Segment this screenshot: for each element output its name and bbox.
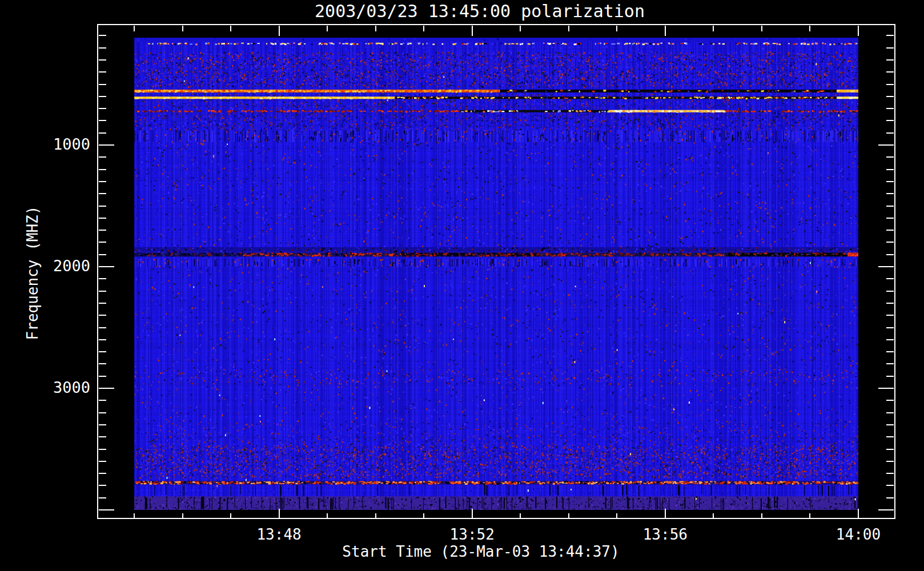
x-tick-mark <box>375 513 376 518</box>
x-tick-mark <box>761 26 762 31</box>
y-tick-mark <box>99 291 106 292</box>
y-tick-mark <box>886 376 894 377</box>
x-tick-label: 13:56 <box>620 526 711 543</box>
y-tick-mark <box>99 120 106 121</box>
y-tick-mark <box>99 230 106 231</box>
x-tick-mark <box>182 26 183 31</box>
y-tick-mark <box>99 96 106 97</box>
y-tick-mark <box>99 206 106 207</box>
x-tick-mark <box>375 26 376 31</box>
y-tick-mark <box>99 84 106 85</box>
x-tick-label: 14:00 <box>813 526 904 543</box>
y-tick-mark <box>99 436 106 437</box>
x-tick-mark <box>423 26 424 31</box>
y-tick-mark <box>886 400 894 401</box>
y-tick-mark <box>99 509 114 510</box>
x-tick-mark <box>230 26 231 31</box>
y-tick-mark <box>99 400 106 401</box>
y-tick-mark <box>99 497 106 498</box>
y-tick-mark <box>886 412 894 413</box>
y-tick-mark <box>99 132 106 134</box>
y-tick-mark <box>99 351 106 352</box>
y-tick-mark <box>886 193 894 194</box>
y-tick-mark <box>99 181 106 182</box>
y-tick-mark <box>99 339 106 340</box>
x-tick-mark <box>134 26 135 31</box>
x-tick-label: 13:48 <box>234 526 325 543</box>
y-tick-mark <box>886 363 894 364</box>
x-tick-mark <box>858 26 859 36</box>
y-tick-mark <box>886 120 894 121</box>
x-tick-mark <box>182 513 183 518</box>
y-tick-mark <box>886 218 894 219</box>
y-tick-mark <box>99 485 106 486</box>
x-tick-mark <box>665 509 666 518</box>
x-tick-mark <box>713 26 714 31</box>
y-tick-mark <box>99 169 106 170</box>
y-tick-mark <box>886 84 894 85</box>
y-tick-mark <box>886 71 894 73</box>
x-tick-mark <box>134 513 135 518</box>
y-tick-mark <box>886 47 894 49</box>
x-tick-mark <box>616 513 617 518</box>
y-tick-mark <box>886 35 894 36</box>
y-tick-mark <box>886 473 894 474</box>
y-tick-mark <box>886 351 894 352</box>
y-tick-mark <box>886 436 894 437</box>
y-tick-mark <box>99 144 114 146</box>
y-tick-mark <box>886 291 894 292</box>
x-tick-mark <box>809 26 810 31</box>
y-tick-mark <box>99 71 106 73</box>
x-axis-label: Start Time (23-Mar-03 13:44:37) <box>0 543 924 560</box>
y-tick-mark <box>99 388 114 389</box>
x-tick-mark <box>279 509 280 518</box>
y-tick-mark <box>886 424 894 425</box>
y-tick-mark <box>99 35 106 36</box>
y-tick-mark <box>99 315 106 316</box>
y-tick-mark <box>878 388 894 389</box>
y-tick-mark <box>886 169 894 170</box>
y-tick-label: 1000 <box>21 136 90 153</box>
y-tick-mark <box>886 254 894 255</box>
y-tick-mark <box>878 266 894 267</box>
y-tick-mark <box>886 108 894 109</box>
y-tick-mark <box>99 327 106 328</box>
y-tick-mark <box>99 156 106 158</box>
y-tick-label: 3000 <box>21 379 90 396</box>
y-tick-label: 2000 <box>21 258 90 275</box>
x-tick-mark <box>568 513 569 518</box>
y-tick-mark <box>99 108 106 109</box>
y-tick-mark <box>886 315 894 316</box>
y-tick-mark <box>886 242 894 243</box>
x-tick-mark <box>520 26 521 31</box>
x-tick-mark <box>616 26 617 31</box>
y-tick-mark <box>886 230 894 231</box>
x-tick-mark <box>665 26 666 36</box>
y-tick-mark <box>886 449 894 450</box>
y-tick-mark <box>99 242 106 243</box>
y-tick-mark <box>99 47 106 49</box>
y-tick-mark <box>99 278 106 279</box>
y-tick-mark <box>99 412 106 413</box>
y-tick-mark <box>99 376 106 377</box>
y-tick-mark <box>886 461 894 462</box>
y-tick-mark <box>99 303 106 304</box>
x-tick-mark <box>858 509 859 518</box>
x-tick-mark <box>761 513 762 518</box>
y-tick-mark <box>99 363 106 364</box>
x-tick-label: 13:52 <box>427 526 518 543</box>
y-tick-mark <box>886 485 894 486</box>
x-tick-mark <box>809 513 810 518</box>
y-tick-mark <box>99 473 106 474</box>
y-tick-mark <box>878 509 894 510</box>
y-tick-mark <box>99 266 114 267</box>
y-tick-mark <box>99 449 106 450</box>
y-tick-mark <box>99 218 106 219</box>
spectrogram-canvas <box>134 38 858 510</box>
y-tick-mark <box>886 327 894 328</box>
x-tick-mark <box>472 26 473 36</box>
y-tick-mark <box>886 497 894 498</box>
y-tick-mark <box>886 59 894 61</box>
y-tick-mark <box>99 461 106 462</box>
y-tick-mark <box>99 193 106 194</box>
